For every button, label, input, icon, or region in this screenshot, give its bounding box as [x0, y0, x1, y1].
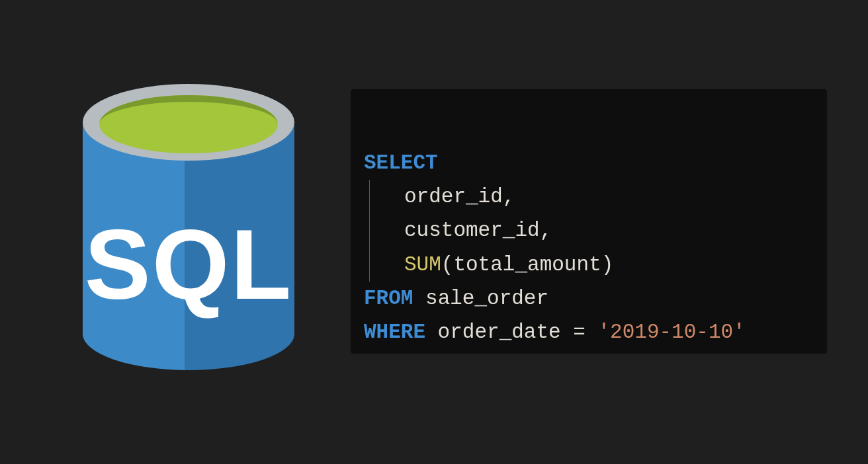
date-literal: '2019-10-10' [597, 321, 745, 344]
where-column: order_date = [425, 321, 597, 344]
stage: SQL SELECTorder_id,customer_id,SUM(total… [0, 0, 868, 464]
keyword-where: WHERE [364, 321, 425, 344]
keyword-from: FROM [364, 287, 413, 310]
select-columns-block: order_id,customer_id,SUM(total_amount) [369, 180, 810, 281]
keyword-select: SELECT [364, 151, 438, 174]
column-customer-id: customer_id, [404, 219, 552, 242]
code-snippet: SELECTorder_id,customer_id,SUM(total_amo… [351, 89, 827, 354]
function-sum: SUM [404, 253, 441, 276]
column-order-id: order_id, [404, 185, 515, 208]
sql-label: SQL [73, 215, 304, 314]
table-name: sale_order [413, 287, 548, 310]
sum-argument: (total_amount) [441, 253, 613, 276]
sql-database-icon: SQL [73, 73, 304, 383]
